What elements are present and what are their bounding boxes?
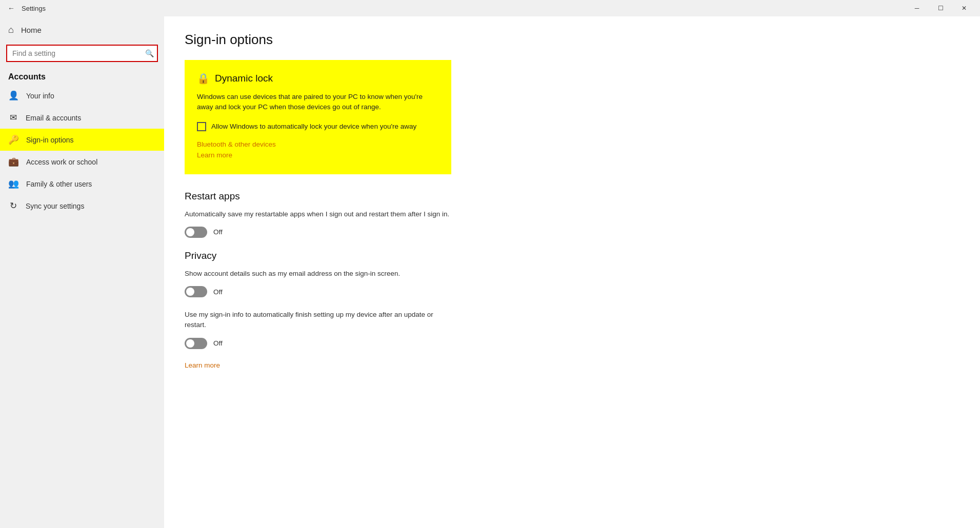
sidebar-item-email-accounts[interactable]: ✉ Email & accounts: [0, 107, 164, 129]
your-info-icon: 👤: [8, 90, 19, 101]
restart-apps-toggle-knob: [186, 228, 194, 236]
dynamic-lock-card: 🔒 Dynamic lock Windows can use devices t…: [185, 60, 451, 174]
dynamic-lock-description: Windows can use devices that are paired …: [197, 92, 439, 113]
sidebar-item-label-family-other-users: Family & other users: [26, 180, 92, 188]
home-label: Home: [21, 26, 42, 34]
privacy-toggle2-label: Off: [213, 339, 223, 347]
sidebar-item-label-sign-in-options: Sign-in options: [26, 136, 74, 144]
sidebar-item-sync-settings[interactable]: ↻ Sync your settings: [0, 195, 164, 217]
privacy-learn-more-link[interactable]: Learn more: [185, 361, 959, 369]
search-input[interactable]: [6, 45, 158, 62]
email-icon: ✉: [8, 112, 18, 123]
sidebar-item-access-work-school[interactable]: 💼 Access work or school: [0, 151, 164, 173]
privacy-section: Privacy Show account details such as my …: [185, 250, 959, 369]
restart-apps-desc: Automatically save my restartable apps w…: [185, 209, 451, 219]
maximize-button[interactable]: ☐: [929, 0, 952, 16]
dynamic-lock-icon: 🔒: [197, 72, 210, 85]
app-title: Settings: [22, 5, 905, 12]
title-bar: ← Settings ─ ☐ ✕: [0, 0, 980, 16]
family-icon: 👥: [8, 178, 19, 189]
content-area: Sign-in options 🔒 Dynamic lock Windows c…: [164, 16, 980, 528]
dynamic-lock-header: 🔒 Dynamic lock: [197, 72, 439, 85]
restart-apps-toggle-label: Off: [213, 228, 223, 236]
privacy-toggle1-label: Off: [213, 288, 223, 296]
restart-apps-toggle-row: Off: [185, 227, 959, 238]
sync-icon: ↻: [8, 200, 18, 211]
restart-apps-section: Restart apps Automatically save my resta…: [185, 191, 959, 238]
privacy-toggle2[interactable]: [185, 338, 207, 349]
page-title: Sign-in options: [185, 32, 959, 48]
checkbox-row: Allow Windows to automatically lock your…: [197, 122, 439, 131]
close-button[interactable]: ✕: [952, 0, 976, 16]
sidebar-item-sign-in-options[interactable]: 🔑 Sign-in options: [0, 129, 164, 151]
dynamic-lock-learn-more-link[interactable]: Learn more: [197, 151, 439, 159]
home-icon: ⌂: [8, 25, 14, 35]
app-container: ⌂ Home 🔍 Accounts 👤 Your info ✉ Email & …: [0, 16, 980, 528]
restart-apps-title: Restart apps: [185, 191, 959, 202]
privacy-toggle1-knob: [186, 288, 194, 296]
privacy-toggle1-row: Off: [185, 286, 959, 297]
sign-in-icon: 🔑: [8, 134, 19, 145]
privacy-title: Privacy: [185, 250, 959, 261]
sidebar-item-your-info[interactable]: 👤 Your info: [0, 85, 164, 107]
dynamic-lock-title: Dynamic lock: [215, 73, 273, 84]
sidebar-item-label-email-accounts: Email & accounts: [26, 114, 81, 122]
search-icon: 🔍: [145, 49, 154, 57]
sidebar-item-label-access-work-school: Access work or school: [26, 158, 97, 166]
sidebar-item-label-sync-settings: Sync your settings: [26, 202, 84, 210]
privacy-toggle2-row: Off: [185, 338, 959, 349]
sidebar-item-label-your-info: Your info: [26, 92, 54, 100]
privacy-toggle2-desc: Use my sign-in info to automatically fin…: [185, 310, 451, 331]
dynamic-lock-checkbox[interactable]: [197, 122, 206, 131]
bluetooth-devices-link[interactable]: Bluetooth & other devices: [197, 140, 439, 148]
window-controls: ─ ☐ ✕: [905, 0, 976, 16]
work-school-icon: 💼: [8, 156, 19, 167]
minimize-button[interactable]: ─: [905, 0, 929, 16]
privacy-toggle2-knob: [186, 339, 194, 348]
restart-apps-toggle[interactable]: [185, 227, 207, 238]
sidebar: ⌂ Home 🔍 Accounts 👤 Your info ✉ Email & …: [0, 16, 164, 528]
sidebar-item-home[interactable]: ⌂ Home: [0, 18, 164, 42]
checkbox-label: Allow Windows to automatically lock your…: [211, 123, 416, 130]
sidebar-item-family-other-users[interactable]: 👥 Family & other users: [0, 173, 164, 195]
sidebar-section-title: Accounts: [0, 67, 164, 85]
privacy-toggle1-desc: Show account details such as my email ad…: [185, 269, 451, 279]
search-box: 🔍: [6, 45, 158, 62]
privacy-toggle1[interactable]: [185, 286, 207, 297]
back-button[interactable]: ←: [4, 1, 18, 15]
